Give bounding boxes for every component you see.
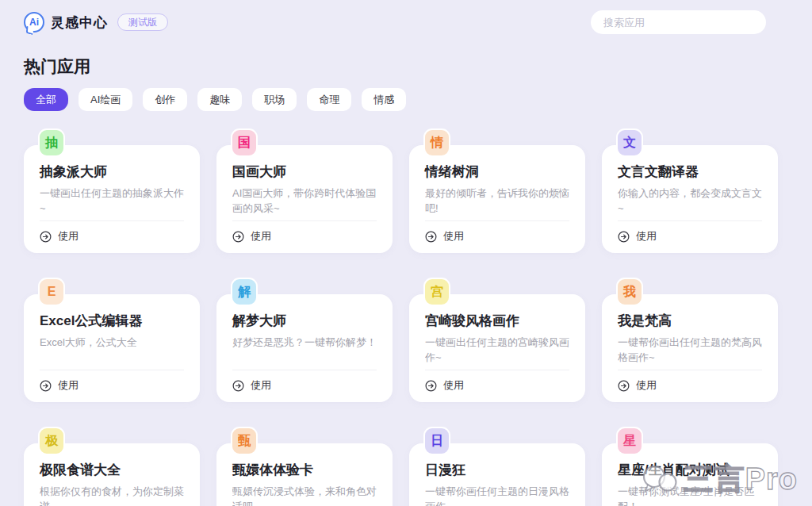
app-card-body: 文言文翻译器 你输入的内容，都会变成文言文~ 使用: [602, 145, 778, 253]
app-card[interactable]: 解 解梦大师 好梦还是恶兆？一键帮你解梦！ 使用: [216, 278, 393, 402]
arrow-circle-icon: [40, 231, 52, 243]
app-description: 根据你仅有的食材，为你定制菜谱: [40, 485, 184, 506]
use-button[interactable]: 使用: [40, 370, 184, 402]
app-description: 你输入的内容，都会变成文言文~: [618, 186, 762, 217]
use-button[interactable]: 使用: [618, 370, 762, 402]
app-icon-badge: 抽: [38, 128, 65, 157]
app-title-text: 文言文翻译器: [618, 163, 762, 181]
tab-fun[interactable]: 趣味: [197, 88, 242, 111]
app-description: 一键画出任何主题的宫崎骏风画作~: [425, 335, 569, 366]
use-button[interactable]: 使用: [425, 370, 569, 402]
app-icon-badge: 甄: [231, 427, 258, 455]
app-card[interactable]: 宫 宫崎骏风格画作 一键画出任何主题的宫崎骏风画作~ 使用: [409, 278, 585, 402]
app-title-text: 宫崎骏风格画作: [425, 312, 569, 330]
arrow-circle-icon: [618, 380, 630, 392]
app-title-text: 极限食谱大全: [40, 461, 184, 479]
app-card[interactable]: 情 情绪树洞 最好的倾听者，告诉我你的烦恼吧! 使用: [409, 128, 585, 253]
app-description: AI国画大师，带你跨时代体验国画的风采~: [232, 186, 377, 217]
app-title-text: 我是梵高: [618, 312, 762, 330]
arrow-circle-icon: [425, 231, 437, 243]
app-card[interactable]: 甄 甄嬛体体验卡 甄嬛传沉浸式体验，来和角色对话吧 使用: [216, 427, 393, 506]
use-button[interactable]: 使用: [618, 220, 762, 253]
app-card[interactable]: 极 极限食谱大全 根据你仅有的食材，为你定制菜谱 使用: [24, 427, 200, 506]
app-description: 一键画出任何主题的抽象派大作~: [40, 186, 184, 217]
app-icon-badge: E: [38, 278, 65, 306]
app-description: Excel大师，公式大全: [40, 335, 184, 351]
app-card-body: 情绪树洞 最好的倾听者，告诉我你的烦恼吧! 使用: [409, 145, 585, 253]
tab-all[interactable]: 全部: [24, 88, 68, 111]
use-label: 使用: [443, 378, 464, 393]
header: Ai 灵感中心 测试版: [0, 0, 812, 35]
app-card-body: 国画大师 AI国画大师，带你跨时代体验国画的风采~ 使用: [216, 145, 393, 253]
arrow-circle-icon: [232, 231, 244, 243]
arrow-circle-icon: [40, 380, 52, 392]
app-card-body: 解梦大师 好梦还是恶兆？一键帮你解梦！ 使用: [216, 294, 393, 402]
app-title-text: 解梦大师: [232, 312, 377, 330]
tab-emotion[interactable]: 情感: [362, 88, 406, 111]
use-label: 使用: [636, 229, 657, 243]
app-card[interactable]: 国 国画大师 AI国画大师，带你跨时代体验国画的风采~ 使用: [216, 128, 393, 253]
use-button[interactable]: 使用: [425, 220, 569, 253]
app-icon-badge: 解: [231, 278, 258, 306]
app-card[interactable]: 我 我是梵高 一键帮你画出任何主题的梵高风格画作~ 使用: [602, 278, 778, 402]
app-card[interactable]: 日 日漫狂 一键帮你画任何主题的日漫风格画作~ 使用: [409, 427, 585, 506]
app-card-body: 我是梵高 一键帮你画出任何主题的梵高风格画作~ 使用: [602, 294, 778, 402]
app-icon-badge: 我: [616, 278, 643, 306]
app-card-body: 宫崎骏风格画作 一键画出任何主题的宫崎骏风画作~ 使用: [409, 294, 585, 402]
use-button[interactable]: 使用: [232, 370, 377, 402]
arrow-circle-icon: [232, 380, 244, 392]
arrow-circle-icon: [425, 380, 437, 392]
tab-creation[interactable]: 创作: [143, 88, 187, 111]
app-description: 一键帮你画出任何主题的梵高风格画作~: [618, 335, 762, 366]
use-label: 使用: [443, 229, 464, 243]
app-card[interactable]: 文 文言文翻译器 你输入的内容，都会变成文言文~ 使用: [602, 128, 778, 253]
use-label: 使用: [251, 229, 271, 243]
use-button[interactable]: 使用: [232, 220, 377, 253]
tab-fortune[interactable]: 命理: [307, 88, 351, 111]
app-icon-badge: 情: [423, 128, 450, 157]
app-icon-badge: 宫: [423, 278, 450, 306]
use-label: 使用: [58, 229, 79, 243]
app-title-text: 甄嬛体体验卡: [232, 461, 377, 479]
use-label: 使用: [251, 378, 271, 393]
app-title-text: 抽象派大师: [40, 163, 184, 181]
app-description: 最好的倾听者，告诉我你的烦恼吧!: [425, 186, 569, 217]
app-description: 一键帮你测试星座/生肖是否匹配！: [618, 485, 762, 506]
app-description: 一键帮你画任何主题的日漫风格画作~: [425, 485, 569, 506]
tab-ai-painting[interactable]: AI绘画: [79, 88, 132, 111]
tab-workplace[interactable]: 职场: [252, 88, 297, 111]
app-grid: 抽 抽象派大师 一键画出任何主题的抽象派大作~ 使用 国 国画大师 AI国画大师…: [24, 128, 812, 506]
app-icon-badge: 日: [423, 427, 450, 455]
app-logo-icon: Ai: [24, 12, 44, 33]
app-title-text: 情绪树洞: [425, 163, 569, 181]
app-description: 好梦还是恶兆？一键帮你解梦！: [232, 335, 377, 351]
beta-badge: 测试版: [117, 13, 168, 31]
app-icon-badge: 极: [38, 427, 65, 455]
app-title-text: Excel公式编辑器: [40, 312, 184, 330]
tabs: 全部AI绘画创作趣味职场命理情感: [24, 88, 812, 111]
app-card-body: Excel公式编辑器 Excel大师，公式大全 使用: [24, 294, 200, 402]
app-description: 甄嬛传沉浸式体验，来和角色对话吧: [232, 485, 377, 506]
app-title-text: 星座/生肖配对测试: [618, 461, 762, 479]
app-icon-badge: 文: [616, 128, 643, 157]
app-icon-badge: 国: [231, 128, 258, 157]
app-card[interactable]: E Excel公式编辑器 Excel大师，公式大全 使用: [24, 278, 200, 402]
app-card[interactable]: 星 星座/生肖配对测试 一键帮你测试星座/生肖是否匹配！ 使用: [602, 427, 778, 506]
use-label: 使用: [636, 378, 657, 393]
app-card[interactable]: 抽 抽象派大师 一键画出任何主题的抽象派大作~ 使用: [24, 128, 200, 253]
use-label: 使用: [58, 378, 79, 393]
app-title-text: 日漫狂: [425, 461, 569, 479]
section-title: 热门应用: [24, 56, 812, 78]
search-input[interactable]: [591, 10, 766, 34]
arrow-circle-icon: [618, 231, 630, 243]
app-card-body: 抽象派大师 一键画出任何主题的抽象派大作~ 使用: [24, 145, 200, 253]
use-button[interactable]: 使用: [40, 220, 184, 253]
app-icon-badge: 星: [616, 427, 643, 455]
app-title: 灵感中心: [51, 13, 108, 32]
app-title-text: 国画大师: [232, 163, 377, 181]
